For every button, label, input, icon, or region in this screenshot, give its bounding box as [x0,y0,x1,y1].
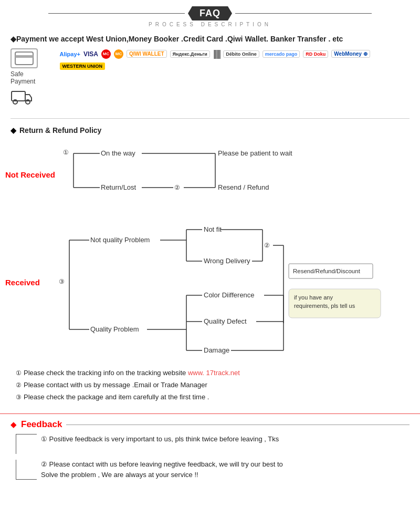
svg-rect-1 [15,55,33,58]
webmoney-logo: WebMoney ⊕ [331,50,370,58]
received-diagram: ③ Not quality Problem Not fit Wrong Deli… [58,211,415,353]
not-received-diagram: ① On the way Please be patient to wait R… [58,143,415,206]
payment-logos: Alipay+ VISA MC MC QIWI WALLET Яндекс.Де… [55,48,410,70]
svg-text:Please be patient to wait: Please be patient to wait [218,149,292,157]
not-received-section: Not Received ① On the way Please be pati… [5,143,415,206]
feedback-title: Feedback [21,419,62,430]
header-line-right [235,13,372,14]
not-received-label: Not Received [5,170,58,179]
feedback-text-1: ① Positive feedback is very important to… [41,434,279,444]
header-line-left [48,13,185,14]
barcode-icon: ||||| [213,48,220,59]
note-text-2: Please contact with us by message .Email… [24,381,207,389]
header-title: FAQ [188,6,232,20]
feedback-row-1: ① Positive feedback is very important to… [16,434,410,454]
yandex-logo: Яндекс.Деньги [170,50,210,58]
qiwi-logo: QIWI WALLET [127,50,167,58]
note-1: ① Please check the tracking info on the … [16,369,404,377]
notes-section: ① Please check the tracking info on the … [0,364,420,410]
feedback-header: ◆ Feedback [10,419,410,430]
note-circle-1: ① [16,369,22,377]
wu-logo: WESTERN UNION [60,63,106,70]
alipay-logo: Alipay+ [60,51,80,57]
safe-payment-label: Safe Payment [10,70,49,85]
mercado-logo: mercado pago [262,50,300,58]
track-link[interactable]: www. 17track.net [188,369,240,377]
svg-text:Quality Problem: Quality Problem [90,325,139,333]
note-2: ② Please contact with us by message .Ema… [16,381,404,389]
payment-box: Safe Payment Alipay+ VISA MC MC QIWI WAL… [10,48,410,109]
svg-text:Wrong Delivery: Wrong Delivery [204,257,250,265]
svg-text:Not quality Problem: Not quality Problem [90,236,150,244]
svg-text:②: ② [174,184,180,191]
feedback-divider-line [66,425,410,425]
note-text-1: Please check the tracking info on the tr… [24,369,240,377]
credit-card-icon [10,48,38,68]
svg-rect-0 [15,52,33,65]
feedback-section: ◆ Feedback ① Positive feedback is very i… [0,413,420,490]
svg-text:③: ③ [59,278,65,285]
svg-text:requirements, pls tell us: requirements, pls tell us [294,303,355,309]
page-header: FAQ PROCESS DESCRIPTION [0,0,420,29]
note-circle-2: ② [16,381,22,389]
payment-logos-row: Alipay+ VISA MC MC QIWI WALLET Яндекс.Де… [55,48,410,70]
note-circle-3: ③ [16,394,22,401]
svg-text:Quality Defect: Quality Defect [204,317,247,325]
mc-logo2: MC [114,49,123,59]
refund-title: Return & Refund Policy [19,126,101,134]
svg-rect-2 [12,91,25,101]
feedback-box-1 [16,434,37,454]
header-subtitle: PROCESS DESCRIPTION [0,22,420,27]
svg-text:Damage: Damage [204,346,229,354]
diagram-area: Not Received ① On the way Please be pati… [0,138,420,364]
visa-logo: VISA [83,50,98,58]
svg-text:Resend/Refund/Discount: Resend/Refund/Discount [293,268,361,274]
svg-text:Color Diifference: Color Diifference [204,291,255,299]
svg-text:Return/Lost: Return/Lost [101,183,136,191]
diamond-icon: ◆ [10,126,16,134]
note-3: ③ Please check the package and item care… [16,393,404,401]
svg-text:①: ① [63,149,69,156]
feedback-row-2: ② Please contact with us before leaving … [16,459,410,480]
svg-text:if you have any: if you have any [294,294,333,301]
section-divider [10,118,410,119]
feedback-items: ① Positive feedback is very important to… [10,434,410,480]
received-section: Received ③ Not quality Problem Not fit [5,211,415,353]
truck-icon [10,87,34,109]
note-text-3: Please check the package and item carefu… [24,393,209,401]
mc-logo1: MC [101,49,111,59]
feedback-diamond-icon: ◆ [10,420,17,429]
svg-text:On the way: On the way [101,149,135,157]
payment-section: ◆Payment we accept West Union,Money Book… [0,29,420,114]
refund-header: ◆ Return & Refund Policy [0,123,420,138]
debito-logo: Débito Online [223,50,259,58]
rd-logo: RD Doku [303,50,328,58]
received-label: Received [5,278,58,287]
payment-text: ◆Payment we accept West Union,Money Book… [10,35,410,43]
feedback-text-2: ② Please contact with us before leaving … [41,459,283,480]
feedback-box-2 [16,460,37,480]
svg-text:②: ② [264,242,270,249]
svg-text:Not fit: Not fit [204,225,222,233]
svg-text:Resend / Refund: Resend / Refund [218,183,269,191]
